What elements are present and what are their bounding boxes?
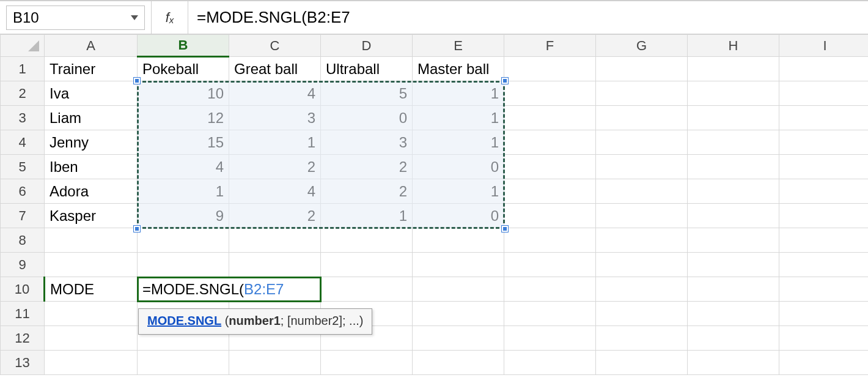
cell-E1[interactable]: Master ball [413,57,504,81]
cell-F6[interactable] [504,179,596,204]
cell-A3[interactable]: Liam [45,106,138,130]
cell-F2[interactable] [504,81,596,106]
cell-B3[interactable]: 12 [138,106,229,130]
cell-H10[interactable] [688,277,779,302]
cell-F11[interactable] [504,302,596,326]
cell-I13[interactable] [779,351,869,375]
cell-editor[interactable]: =MODE.SNGL(B2:E7 [137,277,322,302]
row-header-9[interactable]: 9 [1,253,45,277]
cell-E10[interactable] [413,277,504,302]
cell-F10[interactable] [504,277,596,302]
cell-G6[interactable] [596,179,688,204]
cell-C6[interactable]: 4 [229,179,321,204]
cell-G8[interactable] [596,228,688,253]
cell-A10[interactable]: MODE [45,277,138,302]
cell-A2[interactable]: Iva [45,81,138,106]
cell-H2[interactable] [688,81,779,106]
cell-I4[interactable] [779,130,869,155]
cell-D1[interactable]: Ultraball [321,57,413,81]
cell-F3[interactable] [504,106,596,130]
cell-I11[interactable] [779,302,869,326]
cell-E3[interactable]: 1 [413,106,504,130]
spreadsheet-grid[interactable]: A B C D E F G H I 1 Trainer Pokeball Gre… [0,34,868,383]
cell-I10[interactable] [779,277,869,302]
cell-B4[interactable]: 15 [138,130,229,155]
cell-B8[interactable] [138,228,229,253]
cell-D7[interactable]: 1 [321,204,413,228]
cell-B5[interactable]: 4 [138,155,229,179]
cell-I5[interactable] [779,155,869,179]
cell-A12[interactable] [45,326,138,351]
cell-G9[interactable] [596,253,688,277]
cell-I8[interactable] [779,228,869,253]
cell-C4[interactable]: 1 [229,130,321,155]
cell-B2[interactable]: 10 [138,81,229,106]
cell-F7[interactable] [504,204,596,228]
cell-E5[interactable]: 0 [413,155,504,179]
col-header-H[interactable]: H [688,35,779,57]
col-header-A[interactable]: A [45,35,138,57]
col-header-D[interactable]: D [321,35,413,57]
cell-F4[interactable] [504,130,596,155]
cell-G11[interactable] [596,302,688,326]
cell-G3[interactable] [596,106,688,130]
cell-D4[interactable]: 3 [321,130,413,155]
cell-D3[interactable]: 0 [321,106,413,130]
cell-D2[interactable]: 5 [321,81,413,106]
col-header-B[interactable]: B [138,35,229,57]
cell-F5[interactable] [504,155,596,179]
col-header-F[interactable]: F [504,35,596,57]
cell-A1[interactable]: Trainer [45,57,138,81]
cell-F1[interactable] [504,57,596,81]
row-header-2[interactable]: 2 [1,81,45,106]
cell-G1[interactable] [596,57,688,81]
cell-F8[interactable] [504,228,596,253]
cell-H7[interactable] [688,204,779,228]
cell-F13[interactable] [504,351,596,375]
cell-G10[interactable] [596,277,688,302]
row-header-12[interactable]: 12 [1,326,45,351]
cell-E7[interactable]: 0 [413,204,504,228]
select-all-corner[interactable] [1,35,45,57]
cell-B13[interactable] [138,351,229,375]
row-header-5[interactable]: 5 [1,155,45,179]
cell-G2[interactable] [596,81,688,106]
cell-I9[interactable] [779,253,869,277]
cell-A9[interactable] [45,253,138,277]
cell-A4[interactable]: Jenny [45,130,138,155]
function-hint-name[interactable]: MODE.SNGL [147,314,221,327]
cell-A8[interactable] [45,228,138,253]
cell-E6[interactable]: 1 [413,179,504,204]
row-header-10[interactable]: 10 [1,277,45,302]
cell-G12[interactable] [596,326,688,351]
cell-H13[interactable] [688,351,779,375]
cell-D5[interactable]: 2 [321,155,413,179]
cell-E13[interactable] [413,351,504,375]
cell-H3[interactable] [688,106,779,130]
cell-A7[interactable]: Kasper [45,204,138,228]
cell-C8[interactable] [229,228,321,253]
cell-C13[interactable] [229,351,321,375]
cell-E4[interactable]: 1 [413,130,504,155]
cell-I6[interactable] [779,179,869,204]
name-box-dropdown-icon[interactable] [126,15,138,20]
cell-A13[interactable] [45,351,138,375]
cell-C2[interactable]: 4 [229,81,321,106]
cell-F12[interactable] [504,326,596,351]
cell-D9[interactable] [321,253,413,277]
row-header-11[interactable]: 11 [1,302,45,326]
cell-E9[interactable] [413,253,504,277]
cell-H1[interactable] [688,57,779,81]
cell-I12[interactable] [779,326,869,351]
cell-B1[interactable]: Pokeball [138,57,229,81]
cell-A5[interactable]: Iben [45,155,138,179]
cell-E2[interactable]: 1 [413,81,504,106]
cell-G7[interactable] [596,204,688,228]
cell-C9[interactable] [229,253,321,277]
cell-H5[interactable] [688,155,779,179]
formula-input[interactable]: =MODE.SNGL(B2:E7 [188,1,868,34]
cell-G13[interactable] [596,351,688,375]
cell-C3[interactable]: 3 [229,106,321,130]
function-hint-tooltip[interactable]: MODE.SNGL (number1; [number2]; ...) [138,308,372,335]
cell-E11[interactable] [413,302,504,326]
